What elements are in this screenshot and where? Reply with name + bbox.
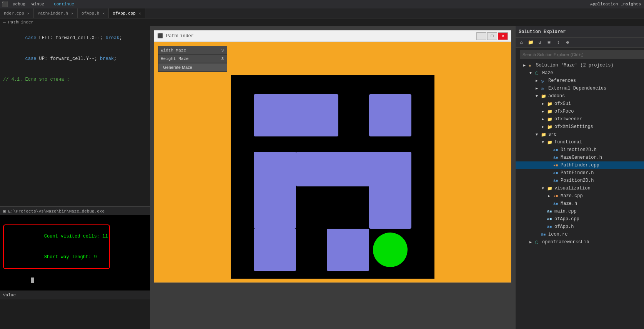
console-output: Count visited cells: 11 Short way lenght… bbox=[0, 215, 150, 291]
se-folder-btn[interactable]: 📁 bbox=[526, 39, 535, 47]
code-editor[interactable]: case LEFT: forward_cell.X--; break; case… bbox=[0, 26, 150, 206]
debug-label[interactable]: Debug bbox=[11, 2, 27, 7]
height-maze-row: Height Maze 3 bbox=[158, 55, 227, 63]
tree-ofxxml[interactable]: ▶ 📁 ofxXmlSettings bbox=[516, 123, 644, 131]
expand-icon: ▼ bbox=[536, 133, 541, 137]
tab-pathfinder-h[interactable]: PathFinder.h ✕ bbox=[34, 8, 78, 18]
direction2d-label: Direction2D.h bbox=[561, 147, 644, 153]
tree-solution-root[interactable]: ▶ ◈ Solution 'Maze' (2 projects) bbox=[516, 61, 644, 69]
tree-ext-dep[interactable]: ▶ ◎ External Dependencies bbox=[516, 85, 644, 92]
svg-rect-5 bbox=[369, 152, 411, 229]
app-window-container: ⬛ PathFinder ─ □ ✕ Width Maze 3 bbox=[150, 26, 515, 329]
width-maze-row: Width Maze 3 bbox=[158, 46, 227, 55]
tab-ofapp-cpp[interactable]: ofApp.cpp ✕ bbox=[109, 8, 145, 18]
tab-label: ofApp.h bbox=[82, 11, 99, 16]
height-maze-value: 3 bbox=[218, 56, 227, 61]
width-maze-value: 3 bbox=[218, 48, 227, 53]
maze-controls: Width Maze 3 Height Maze 3 Generate Maze bbox=[158, 46, 227, 72]
h-file-icon: a■ bbox=[553, 179, 559, 183]
cpp-file-icon: ✦■ bbox=[553, 163, 559, 168]
oflib-label: openframeworksLib bbox=[542, 239, 644, 245]
tree-maze-project[interactable]: ▼ ⬡ Maze bbox=[516, 69, 644, 77]
folder-icon: 📁 bbox=[547, 117, 553, 122]
expand-icon: ▼ bbox=[529, 71, 535, 75]
tree-position2d[interactable]: a■ Position2D.h bbox=[516, 177, 644, 184]
close-icon[interactable]: ✕ bbox=[139, 11, 141, 16]
maximize-button[interactable]: □ bbox=[487, 32, 497, 40]
tree-functional[interactable]: ▼ 📁 functional bbox=[516, 138, 644, 146]
maze-label: Maze bbox=[542, 70, 644, 76]
folder-icon: 📁 bbox=[541, 132, 547, 137]
tree-ofxgui[interactable]: ▶ 📁 ofxGui bbox=[516, 100, 644, 108]
mazecpp-label: Maze.cpp bbox=[561, 193, 644, 199]
expand-icon: ▶ bbox=[548, 194, 553, 198]
folder-icon: 📁 bbox=[541, 94, 547, 99]
folder-icon: 📁 bbox=[547, 101, 553, 106]
ofappcpp-label: ofApp.cpp bbox=[554, 216, 644, 222]
tree-ofxtweener[interactable]: ▶ 📁 ofxTweener bbox=[516, 115, 644, 123]
tree-pathfinder-cpp[interactable]: ✦■ PathFinder.cpp bbox=[516, 161, 644, 169]
se-filter-btn[interactable]: ⊞ bbox=[545, 39, 553, 47]
tree-src[interactable]: ▼ 📁 src bbox=[516, 131, 644, 138]
tree-references[interactable]: ▶ ◎ References bbox=[516, 77, 644, 85]
minimize-button[interactable]: ─ bbox=[476, 32, 486, 40]
tree-icon-rc[interactable]: a■ icon.rc bbox=[516, 231, 644, 238]
count-visited-line: Count visited cells: 11 bbox=[5, 226, 108, 247]
expand-icon: ▶ bbox=[536, 78, 541, 83]
tree-addons[interactable]: ▼ 📁 addons bbox=[516, 92, 644, 100]
expand-icon: ▶ bbox=[542, 117, 547, 121]
tree-direction2d[interactable]: a■ Direction2D.h bbox=[516, 146, 644, 154]
tab-nder-cpp[interactable]: nder.cpp ✕ bbox=[0, 8, 34, 18]
iconrc-label: icon.rc bbox=[548, 232, 644, 237]
tree-maze-cpp[interactable]: ▶ ✦■ Maze.cpp bbox=[516, 192, 644, 200]
tree-ofapp-cpp[interactable]: a■ ofApp.cpp bbox=[516, 215, 644, 223]
addons-label: addons bbox=[548, 93, 644, 99]
continue-btn[interactable]: Continue bbox=[52, 2, 76, 7]
generate-maze-row[interactable]: Generate Maze bbox=[158, 63, 227, 71]
value-panel: Value bbox=[0, 291, 150, 329]
app-title-left: ⬛ PathFinder bbox=[157, 33, 194, 39]
win32-label[interactable]: Win32 bbox=[30, 2, 46, 7]
se-expand-btn[interactable]: ↕ bbox=[554, 39, 562, 47]
tree-mazegen[interactable]: a■ MazeGenerator.h bbox=[516, 154, 644, 161]
top-toolbar: ⬛ Debug Win32 Continue Application Insig… bbox=[0, 0, 644, 8]
tab-ofapp-h[interactable]: ofApp.h ✕ bbox=[78, 8, 109, 18]
generate-maze-button[interactable]: Generate Maze bbox=[158, 64, 227, 71]
tree-main-cpp[interactable]: a■ main.cpp bbox=[516, 208, 644, 215]
svg-rect-2 bbox=[369, 94, 411, 136]
close-button[interactable]: ✕ bbox=[498, 32, 508, 40]
tree-visualization[interactable]: ▼ 📁 visualization bbox=[516, 184, 644, 192]
ofxtweener-label: ofxTweener bbox=[554, 116, 644, 122]
se-settings-btn[interactable]: ⚙ bbox=[563, 39, 572, 47]
tree-pathfinder-h[interactable]: a■ PathFinder.h bbox=[516, 169, 644, 177]
close-icon[interactable]: ✕ bbox=[102, 11, 105, 16]
svg-point-8 bbox=[373, 233, 408, 267]
console-exe: ▣ E:\Projects\vs\Maze\bin\Maze_debug.exe bbox=[3, 209, 105, 214]
folder-icon: 📁 bbox=[547, 109, 553, 114]
value-header: Value bbox=[0, 291, 150, 299]
tree-ofapp-h[interactable]: a■ ofApp.h bbox=[516, 223, 644, 231]
src-label: src bbox=[548, 132, 644, 137]
maincpp-label: main.cpp bbox=[554, 209, 644, 214]
tab-label: nder.cpp bbox=[4, 11, 24, 16]
extdep-icon: ◎ bbox=[541, 86, 547, 91]
editor-panel: case LEFT: forward_cell.X--; break; case… bbox=[0, 26, 150, 329]
se-home-btn[interactable]: ⌂ bbox=[517, 39, 526, 47]
tree-maze-h[interactable]: a■ Maze.h bbox=[516, 200, 644, 208]
se-search-input[interactable] bbox=[520, 50, 644, 59]
ref-icon: ◎ bbox=[541, 78, 547, 83]
svg-rect-1 bbox=[254, 94, 338, 136]
expand-icon: ▶ bbox=[523, 63, 529, 68]
app-titlebar: ⬛ PathFinder ─ □ ✕ bbox=[154, 30, 511, 42]
tree-ofxpoco[interactable]: ▶ 📁 ofxPoco bbox=[516, 108, 644, 115]
close-icon[interactable]: ✕ bbox=[27, 11, 30, 16]
close-icon[interactable]: ✕ bbox=[71, 11, 73, 16]
se-toolbar: ⌂ 📁 ↺ ⊞ ↕ ⚙ bbox=[516, 38, 644, 48]
tree-oflib[interactable]: ▶ ⬡ openframeworksLib bbox=[516, 238, 644, 246]
solution-explorer: Solution Explorer ⌂ 📁 ↺ ⊞ ↕ ⚙ ▶ ◈ Soluti… bbox=[515, 26, 644, 329]
app-content: Width Maze 3 Height Maze 3 Generate Maze bbox=[154, 42, 511, 282]
app-insights-btn[interactable]: Application Insights bbox=[589, 2, 642, 7]
console-title: ▣ E:\Projects\vs\Maze\bin\Maze_debug.exe bbox=[0, 207, 150, 215]
se-sync-btn[interactable]: ↺ bbox=[536, 39, 544, 47]
h-file-icon: a■ bbox=[547, 225, 553, 229]
